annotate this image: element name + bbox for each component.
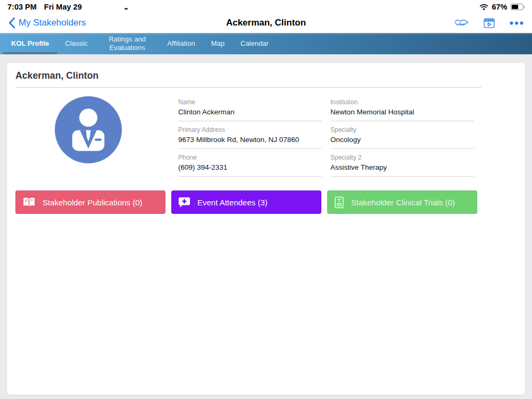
tab-calendar[interactable]: Calendar <box>232 33 277 54</box>
profile-card: Ackerman, Clinton Name Clinton Ac <box>6 62 526 395</box>
status-time: 7:03 PM <box>7 3 37 11</box>
back-button[interactable]: My Stakeholders <box>9 17 86 29</box>
field-primary-address: Primary Address 9673 Millbrook Rd, Newto… <box>178 124 322 149</box>
field-value: Newton Memorial Hospital <box>330 108 474 116</box>
tab-kol-profile[interactable]: KOL Profile <box>3 33 57 54</box>
avatar <box>55 96 122 163</box>
navigation-bar: My Stakeholders Ackerman, Clinton <box>0 13 532 33</box>
field-name: Name Clinton Ackerman <box>178 96 322 121</box>
event-attendees-button[interactable]: Event Attendees (3) <box>171 190 321 214</box>
field-value: Clinton Ackerman <box>178 108 322 116</box>
field-specialty-2: Specialty 2 Assistive Therapy <box>330 152 474 177</box>
button-label: Stakeholder Publications (0) <box>43 198 143 207</box>
field-value: 9673 Millbrook Rd, Newton, NJ 07860 <box>178 136 322 144</box>
pointer-cursor <box>124 8 128 10</box>
wifi-icon <box>479 4 488 10</box>
stakeholder-publications-button[interactable]: Stakeholder Publications (0) <box>15 190 165 214</box>
tab-map[interactable]: Map <box>203 33 232 54</box>
more-icon[interactable] <box>510 21 523 25</box>
field-institution: Institution Newton Memorial Hospital <box>330 96 474 121</box>
field-label: Name <box>178 98 322 106</box>
action-buttons-row: Stakeholder Publications (0) Event Atten… <box>7 179 525 214</box>
battery-icon <box>511 4 525 10</box>
button-label: Stakeholder Clinical Trials (0) <box>351 198 455 207</box>
button-label: Event Attendees (3) <box>197 198 268 207</box>
stakeholder-clinical-trials-button[interactable]: Stakeholder Clinical Trials (0) <box>327 190 477 214</box>
field-label: Specialty 2 <box>330 154 474 161</box>
tab-bar: KOL Profile Classic Ratings and Evaluati… <box>0 33 532 55</box>
battery-percent: 67% <box>492 3 507 11</box>
fields-column-left: Name Clinton Ackerman Primary Address 96… <box>178 96 322 179</box>
avatar-container <box>15 96 178 179</box>
book-icon <box>22 197 36 208</box>
status-date: Fri May 29 <box>44 3 82 11</box>
field-specialty: Specialty Oncology <box>330 124 474 149</box>
tab-affiliation[interactable]: Affiliation <box>159 33 203 54</box>
card-title: Ackerman, Clinton <box>7 63 525 87</box>
field-value: (609) 394-2331 <box>178 163 322 171</box>
tab-classic[interactable]: Classic <box>57 33 95 54</box>
field-label: Primary Address <box>178 126 322 134</box>
field-value: Assistive Therapy <box>330 163 474 171</box>
document-icon <box>334 196 344 209</box>
status-bar: 7:03 PM Fri May 29 67% <box>0 0 532 13</box>
page-title: Ackerman, Clinton <box>226 18 306 28</box>
field-value: Oncology <box>330 136 474 144</box>
chat-plus-icon <box>178 197 190 208</box>
field-label: Phone <box>178 154 322 161</box>
handshake-icon[interactable] <box>454 18 469 28</box>
media-icon[interactable] <box>484 18 495 28</box>
field-phone: Phone (609) 394-2331 <box>178 152 322 177</box>
chevron-left-icon <box>9 17 15 29</box>
fields-column-right: Institution Newton Memorial Hospital Spe… <box>330 96 474 179</box>
person-icon <box>55 96 122 163</box>
field-label: Specialty <box>330 126 474 134</box>
field-label: Institution <box>330 98 474 106</box>
content-area: Ackerman, Clinton Name Clinton Ac <box>0 55 532 398</box>
tab-ratings-and-evaluations[interactable]: Ratings and Evaluations <box>95 33 159 54</box>
back-label: My Stakeholders <box>19 18 86 28</box>
